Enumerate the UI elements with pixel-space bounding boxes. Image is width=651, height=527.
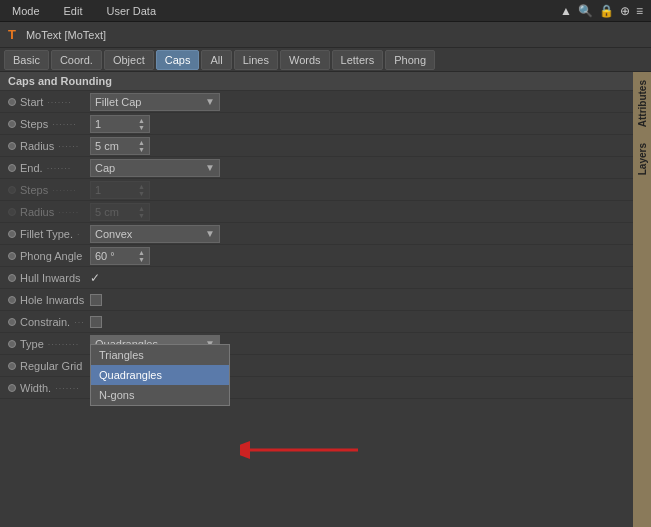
prop-value-fillet-type[interactable]: Convex ▼ [90,225,625,243]
dropdown-option-quadrangles[interactable]: Quadrangles [91,365,229,385]
prop-label-end-text: End. [20,162,43,174]
prop-label-fillet-type-text: Fillet Type. [20,228,73,240]
radius1-up-arrow-icon[interactable]: ▲ [138,139,145,146]
prop-dot-radius1 [8,142,16,150]
prop-dots-width: ······· [55,383,80,393]
prop-row-fillet-type: Fillet Type. · Convex ▼ [0,223,633,245]
tab-basic[interactable]: Basic [4,50,49,70]
prop-dots-steps1: ······· [52,119,77,129]
constrain-checkbox[interactable] [90,316,102,328]
prop-value-hole-inwards[interactable] [90,294,625,306]
phong-angle-up-arrow-icon[interactable]: ▲ [138,249,145,256]
phong-angle-arrows: ▲ ▼ [138,249,145,263]
tab-phong[interactable]: Phong [385,50,435,70]
prop-row-end: End. ······· Cap ▼ [0,157,633,179]
tab-words[interactable]: Words [280,50,330,70]
radius2-up-arrow-icon: ▲ [138,205,145,212]
start-dropdown[interactable]: Fillet Cap ▼ [90,93,220,111]
tab-all[interactable]: All [201,50,231,70]
start-dropdown-value: Fillet Cap [95,96,141,108]
prop-value-radius1[interactable]: 5 cm ▲ ▼ [90,137,625,155]
prop-label-type: Type ········· [8,338,90,350]
prop-label-steps1-text: Steps [20,118,48,130]
prop-value-start[interactable]: Fillet Cap ▼ [90,93,625,111]
prop-value-phong-angle[interactable]: 60 ° ▲ ▼ [90,247,625,265]
steps1-up-arrow-icon[interactable]: ▲ [138,117,145,124]
hole-inwards-checkbox[interactable] [90,294,102,306]
hull-inwards-check-icon: ✓ [90,271,100,285]
phong-angle-down-arrow-icon[interactable]: ▼ [138,256,145,263]
prop-value-end[interactable]: Cap ▼ [90,159,625,177]
prop-value-constrain[interactable] [90,316,625,328]
prop-label-steps2-text: Steps [20,184,48,196]
radius1-down-arrow-icon[interactable]: ▼ [138,146,145,153]
tab-caps[interactable]: Caps [156,50,200,70]
menu-lines-icon[interactable]: ≡ [636,4,643,18]
prop-label-constrain-text: Constrain. [20,316,70,328]
tab-lines[interactable]: Lines [234,50,278,70]
prop-dots-end: ······· [47,163,72,173]
search-icon[interactable]: 🔍 [578,4,593,18]
prop-label-regular-grid-text: Regular Grid [20,360,82,372]
prop-label-phong-angle-text: Phong Angle [20,250,82,262]
menu-edit[interactable]: Edit [60,3,87,19]
radius2-down-arrow-icon: ▼ [138,212,145,219]
arrow-up-icon: ▲ [560,4,572,18]
phong-angle-input[interactable]: 60 ° ▲ ▼ [90,247,150,265]
arrow-annotation [240,436,360,466]
prop-value-hull-inwards[interactable]: ✓ [90,271,625,285]
radius1-input[interactable]: 5 cm ▲ ▼ [90,137,150,155]
right-tab-layers[interactable]: Layers [635,135,650,183]
menu-icons-group: ▲ 🔍 🔒 ⊕ ≡ [560,4,643,18]
end-dropdown[interactable]: Cap ▼ [90,159,220,177]
start-dropdown-arrow-icon: ▼ [205,96,215,107]
menu-bar: Mode Edit User Data ▲ 🔍 🔒 ⊕ ≡ [0,0,651,22]
properties-panel: Caps and Rounding Start ······· Fillet C… [0,72,633,527]
prop-label-hole-inwards: Hole Inwards [8,294,90,306]
prop-value-radius2: 5 cm ▲ ▼ [90,203,625,221]
radius2-input: 5 cm ▲ ▼ [90,203,150,221]
prop-dot-hull-inwards [8,274,16,282]
right-tab-attributes[interactable]: Attributes [635,72,650,135]
section-header: Caps and Rounding [0,72,633,91]
fillet-type-dropdown-value: Convex [95,228,132,240]
lock-icon[interactable]: 🔒 [599,4,614,18]
prop-label-end: End. ······· [8,162,90,174]
prop-dot-type [8,340,16,348]
prop-row-start: Start ······· Fillet Cap ▼ [0,91,633,113]
prop-label-hull-inwards: Hull Inwards [8,272,90,284]
dropdown-option-ngons[interactable]: N-gons [91,385,229,405]
prop-value-steps1[interactable]: 1 ▲ ▼ [90,115,625,133]
hole-inwards-empty-icon [90,294,102,306]
fillet-type-dropdown-arrow-icon: ▼ [205,228,215,239]
prop-row-radius2: Radius ······ 5 cm ▲ ▼ [0,201,633,223]
prop-dots-fillet-type: · [77,229,81,239]
circle-plus-icon[interactable]: ⊕ [620,4,630,18]
menu-userdata[interactable]: User Data [103,3,161,19]
steps1-down-arrow-icon[interactable]: ▼ [138,124,145,131]
steps2-arrows: ▲ ▼ [138,183,145,197]
prop-label-width-text: Width. [20,382,51,394]
hull-inwards-checkbox[interactable]: ✓ [90,271,100,285]
phong-angle-value: 60 ° [95,250,115,262]
tab-object[interactable]: Object [104,50,154,70]
prop-label-radius1-text: Radius [20,140,54,152]
steps2-input: 1 ▲ ▼ [90,181,150,199]
dropdown-option-triangles[interactable]: Triangles [91,345,229,365]
prop-row-hull-inwards: Hull Inwards ✓ [0,267,633,289]
tab-coord[interactable]: Coord. [51,50,102,70]
prop-row-phong-angle: Phong Angle 60 ° ▲ ▼ [0,245,633,267]
prop-dots-type: ········· [48,339,80,349]
prop-dot-steps2 [8,186,16,194]
fillet-type-dropdown[interactable]: Convex ▼ [90,225,220,243]
radius1-value: 5 cm [95,140,119,152]
prop-label-regular-grid: Regular Grid [8,360,90,372]
prop-label-type-text: Type [20,338,44,350]
prop-label-radius1: Radius ······ [8,140,90,152]
menu-mode[interactable]: Mode [8,3,44,19]
steps1-input[interactable]: 1 ▲ ▼ [90,115,150,133]
prop-dot-steps1 [8,120,16,128]
prop-dot-regular-grid [8,362,16,370]
end-dropdown-value: Cap [95,162,115,174]
tab-letters[interactable]: Letters [332,50,384,70]
